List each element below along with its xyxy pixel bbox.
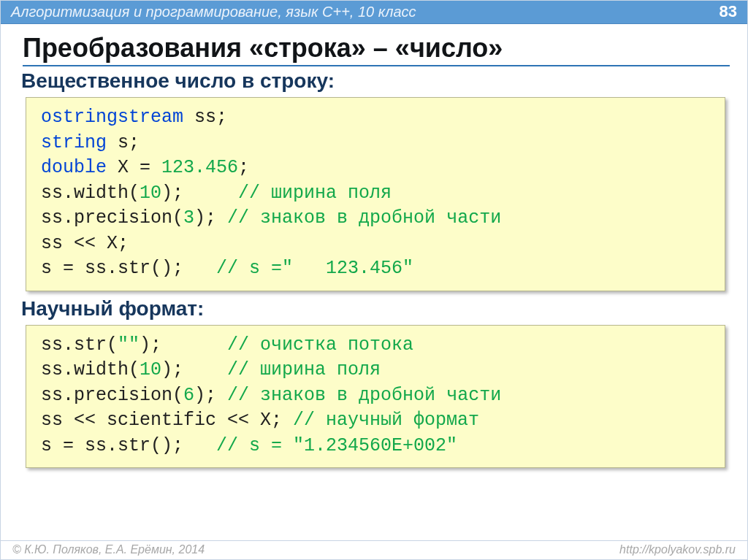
code-string: "" bbox=[118, 334, 140, 356]
code-text: ss.str( bbox=[41, 334, 118, 356]
code-text: s = ss.str(); bbox=[41, 258, 216, 279]
code-text: ); bbox=[194, 385, 227, 406]
code-comment: // знаков в дробной части bbox=[227, 385, 501, 406]
code-number: 6 bbox=[183, 385, 194, 406]
code-number: 10 bbox=[140, 359, 161, 380]
code-keyword: double bbox=[41, 157, 107, 178]
code-comment: // очистка потока bbox=[227, 334, 413, 356]
course-title: Алгоритмизация и программирование, язык … bbox=[11, 4, 416, 20]
code-text: ss.precision( bbox=[41, 207, 183, 229]
code-number: 123.456 bbox=[161, 157, 238, 178]
code-keyword: string bbox=[41, 132, 107, 153]
code-text: ); bbox=[161, 359, 227, 380]
page-number: 83 bbox=[720, 2, 737, 21]
code-text: ss.width( bbox=[41, 183, 140, 204]
section1-label: Вещественное число в строку: bbox=[21, 69, 730, 93]
content-area: Преобразования «строка» – «число» Вещест… bbox=[1, 24, 747, 540]
code-keyword: ostringstream bbox=[41, 107, 183, 128]
code-comment: // ширина поля bbox=[227, 359, 381, 380]
footer-authors: © К.Ю. Поляков, Е.А. Ерёмин, 2014 bbox=[12, 543, 205, 556]
code-number: 10 bbox=[140, 183, 161, 204]
code-text: ss; bbox=[183, 107, 227, 128]
code-comment: // знаков в дробной части bbox=[227, 207, 501, 229]
code-text: ; bbox=[238, 157, 249, 178]
code-number: 3 bbox=[183, 207, 194, 229]
code-text: ss << scientific << X; bbox=[41, 410, 293, 431]
slide: Алгоритмизация и программирование, язык … bbox=[0, 0, 748, 560]
code-text: ss.precision( bbox=[41, 385, 183, 406]
code-text: ); bbox=[194, 207, 227, 229]
code-text: X = bbox=[107, 157, 161, 178]
code-text: ); bbox=[161, 183, 238, 204]
slide-title: Преобразования «строка» – «число» bbox=[23, 33, 730, 66]
code-comment: // научный формат bbox=[293, 410, 479, 431]
header-bar: Алгоритмизация и программирование, язык … bbox=[1, 1, 747, 24]
code-text: ); bbox=[140, 334, 227, 356]
code-text: ss.width( bbox=[41, 359, 140, 380]
code-comment: // s = "1.234560E+002" bbox=[216, 435, 457, 456]
section2-label: Научный формат: bbox=[21, 297, 730, 321]
footer-bar: © К.Ю. Поляков, Е.А. Ерёмин, 2014 http:/… bbox=[1, 540, 747, 559]
code-block-2: ss.str(""); // очистка потока ss.width(1… bbox=[26, 325, 725, 469]
footer-url: http://kpolyakov.spb.ru bbox=[619, 543, 736, 556]
code-comment: // s =" 123.456" bbox=[216, 258, 413, 279]
code-text: ss << X; bbox=[41, 233, 129, 254]
code-block-1: ostringstream ss; string s; double X = 1… bbox=[26, 97, 725, 291]
code-text: s; bbox=[107, 132, 140, 153]
code-text: s = ss.str(); bbox=[41, 435, 216, 456]
code-comment: // ширина поля bbox=[238, 183, 392, 204]
